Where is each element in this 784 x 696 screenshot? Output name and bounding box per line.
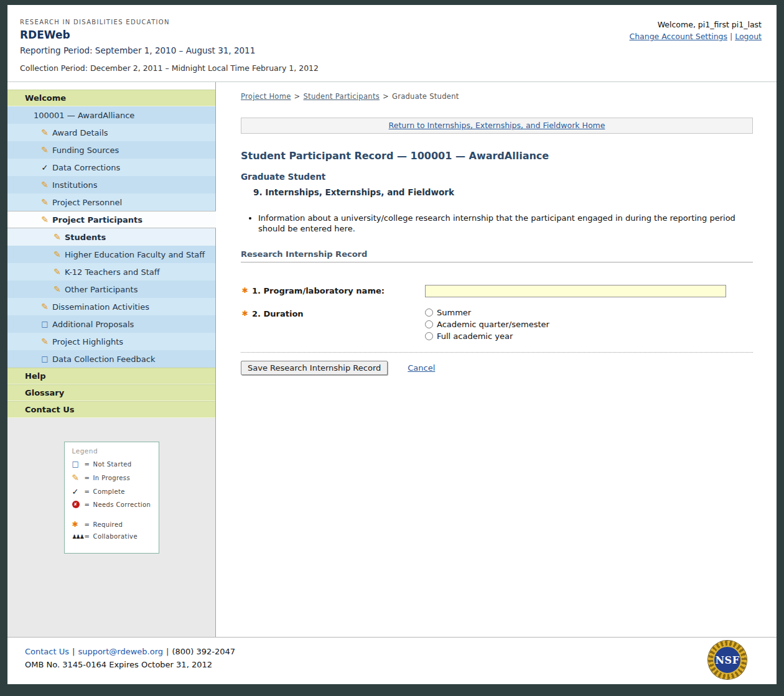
academic-quarter-radio[interactable] xyxy=(425,320,433,328)
return-bar: Return to Internships, Externships, and … xyxy=(241,118,753,134)
pencil-icon: ✎ xyxy=(40,197,49,207)
sidebar-item-k12-teachers-staff[interactable]: ✎ K-12 Teachers and Staff xyxy=(7,263,215,281)
record-heading-rule xyxy=(241,262,753,262)
footer-omb: OMB No. 3145-0164 Expires October 31, 20… xyxy=(25,660,760,669)
legend-title: Legend xyxy=(72,447,152,455)
legend-item-collaborative: ♟♟♟ = Collaborative xyxy=(72,533,152,540)
sidebar-item-students[interactable]: ✎ Students xyxy=(7,228,215,246)
sidebar-item-project-personnel[interactable]: ✎ Project Personnel xyxy=(7,193,215,211)
info-bullet: Information about a university/college r… xyxy=(258,213,753,234)
info-bullet-list: Information about a university/college r… xyxy=(241,213,753,234)
not-started-square-icon: □ xyxy=(40,355,49,363)
sidebar-item-contact-us[interactable]: Contact Us xyxy=(7,401,215,418)
form-actions: Save Research Internship Record Cancel xyxy=(241,361,753,375)
duration-option-full-year[interactable]: Full academic year xyxy=(425,332,549,341)
nsf-logo: NSF xyxy=(708,641,747,679)
pencil-icon: ✎ xyxy=(72,473,85,483)
sidebar-item-award-details[interactable]: ✎ Award Details xyxy=(7,124,215,141)
footer: Contact Us|support@rdeweb.org|(800) 392-… xyxy=(7,637,777,684)
footer-contact-us-link[interactable]: Contact Us xyxy=(25,647,69,656)
page: RESEARCH IN DISABILITIES EDUCATION RDEWe… xyxy=(7,5,777,684)
required-asterisk-icon: ✱ xyxy=(241,309,249,318)
main-content: Project Home>Student Participants>Gradua… xyxy=(216,82,777,637)
collection-period: Collection Period: December 2, 2011 – Mi… xyxy=(20,63,319,73)
form-separator xyxy=(241,352,753,353)
footer-contact-line: Contact Us|support@rdeweb.org|(800) 392-… xyxy=(25,647,760,656)
pencil-icon: ✎ xyxy=(40,145,49,155)
sidebar-lower-area: Legend □ = Not Started ✎ = In Progress xyxy=(7,418,215,637)
sidebar-item-institutions[interactable]: ✎ Institutions xyxy=(7,176,215,193)
cancel-link[interactable]: Cancel xyxy=(408,363,435,373)
footer-email-link[interactable]: support@rdeweb.org xyxy=(78,647,163,656)
collaborative-people-icon: ♟♟♟ xyxy=(72,534,85,540)
brand-eyebrow: RESEARCH IN DISABILITIES EDUCATION xyxy=(20,19,319,26)
legend-item-not-started: □ = Not Started xyxy=(72,460,152,468)
body: Welcome 100001 — AwardAlliance ✎ Award D… xyxy=(7,82,777,637)
pencil-icon: ✎ xyxy=(53,232,62,242)
page-title: Student Participant Record — 100001 — Aw… xyxy=(241,150,753,162)
sidebar-item-welcome[interactable]: Welcome xyxy=(7,90,215,106)
welcome-text: Welcome, pi1_first pi1_last xyxy=(629,20,762,29)
nsf-logo-text: NSF xyxy=(713,646,742,674)
duration-row: ✱ 2. Duration Summer Academic quarter/se… xyxy=(241,308,753,341)
program-name-label: ✱ 1. Program/laboratory name: xyxy=(241,285,425,295)
required-asterisk-icon: ✱ xyxy=(241,286,249,295)
logout-link[interactable]: Logout xyxy=(735,32,762,41)
duration-radio-group: Summer Academic quarter/semester Full ac… xyxy=(425,308,549,341)
legend-item-needs-correction: ✘ = Needs Correction xyxy=(72,501,152,508)
pencil-icon: ✎ xyxy=(40,180,49,190)
pencil-icon: ✎ xyxy=(40,336,49,346)
pencil-icon: ✎ xyxy=(53,267,62,277)
program-name-input[interactable] xyxy=(425,285,726,297)
legend-item-in-progress: ✎ = In Progress xyxy=(72,473,152,483)
sidebar-item-data-collection-feedback[interactable]: □ Data Collection Feedback xyxy=(7,350,215,368)
breadcrumb: Project Home>Student Participants>Gradua… xyxy=(241,92,753,101)
pencil-icon: ✎ xyxy=(53,284,62,294)
change-account-settings-link[interactable]: Change Account Settings xyxy=(629,32,727,41)
summer-radio[interactable] xyxy=(425,309,433,317)
links-separator: | xyxy=(730,32,732,41)
reporting-period: Reporting Period: September 1, 2010 – Au… xyxy=(20,45,319,55)
sidebar-item-higher-ed-faculty-staff[interactable]: ✎ Higher Education Faculty and Staff xyxy=(7,246,215,263)
pencil-icon: ✎ xyxy=(40,215,49,225)
sidebar: Welcome 100001 — AwardAlliance ✎ Award D… xyxy=(7,82,216,637)
footer-phone: (800) 392-2047 xyxy=(172,647,235,656)
save-research-internship-record-button[interactable]: Save Research Internship Record xyxy=(241,361,388,375)
participant-type-heading: Graduate Student xyxy=(241,172,753,182)
pencil-icon: ✎ xyxy=(40,302,49,312)
sidebar-nav-items: 100001 — AwardAlliance ✎ Award Details ✎… xyxy=(7,106,215,368)
research-internship-form: ✱ 1. Program/laboratory name: ✱ 2. Durat… xyxy=(241,285,753,341)
sidebar-item-other-participants[interactable]: ✎ Other Participants xyxy=(7,281,215,298)
outer-frame: RESEARCH IN DISABILITIES EDUCATION RDEWe… xyxy=(0,0,784,696)
check-icon: ✓ xyxy=(72,487,85,496)
app-title: RDEWeb xyxy=(20,29,319,41)
full-academic-year-radio[interactable] xyxy=(425,332,433,340)
sidebar-item-award[interactable]: 100001 — AwardAlliance xyxy=(7,106,215,124)
legend-item-complete: ✓ = Complete xyxy=(72,487,152,496)
account-links: Change Account Settings | Logout xyxy=(629,32,762,41)
sidebar-item-glossary[interactable]: Glossary xyxy=(7,384,215,401)
breadcrumb-project-home[interactable]: Project Home xyxy=(241,92,291,101)
sidebar-item-additional-proposals[interactable]: □ Additional Proposals xyxy=(7,315,215,333)
sidebar-item-help[interactable]: Help xyxy=(7,368,215,384)
header: RESEARCH IN DISABILITIES EDUCATION RDEWe… xyxy=(7,5,777,82)
header-user-area: Welcome, pi1_first pi1_last Change Accou… xyxy=(629,19,762,81)
sidebar-item-dissemination-activities[interactable]: ✎ Dissemination Activities xyxy=(7,298,215,315)
return-to-internships-link[interactable]: Return to Internships, Externships, and … xyxy=(389,121,605,130)
sidebar-item-project-participants[interactable]: ✎ Project Participants xyxy=(7,211,216,228)
sidebar-item-funding-sources[interactable]: ✎ Funding Sources xyxy=(7,141,215,159)
legend: Legend □ = Not Started ✎ = In Progress xyxy=(64,442,159,554)
breadcrumb-student-participants[interactable]: Student Participants xyxy=(304,92,380,101)
pencil-icon: ✎ xyxy=(53,249,62,259)
sidebar-item-data-corrections[interactable]: ✓ Data Corrections xyxy=(7,159,215,176)
pencil-icon: ✎ xyxy=(40,128,49,137)
duration-option-academic-quarter[interactable]: Academic quarter/semester xyxy=(425,320,549,329)
duration-option-summer[interactable]: Summer xyxy=(425,308,549,317)
sidebar-item-project-highlights[interactable]: ✎ Project Highlights xyxy=(7,333,215,350)
legend-item-required: ✱ = Required xyxy=(72,520,152,529)
duration-label: ✱ 2. Duration xyxy=(241,308,425,318)
check-icon: ✓ xyxy=(40,163,49,172)
needs-correction-icon: ✘ xyxy=(72,501,80,508)
record-heading: Research Internship Record xyxy=(241,249,753,262)
header-branding: RESEARCH IN DISABILITIES EDUCATION RDEWe… xyxy=(20,19,319,81)
